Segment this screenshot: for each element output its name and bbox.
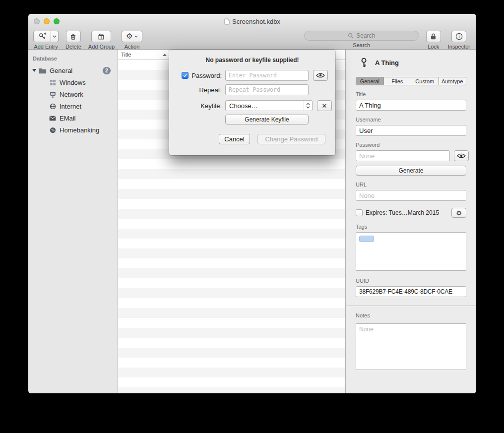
cancel-button[interactable]: Cancel xyxy=(219,134,250,144)
add-group-label: Add Group xyxy=(88,44,115,50)
generate-password-button[interactable]: Generate xyxy=(356,166,466,176)
uuid-label: UUID xyxy=(356,278,466,284)
envelope-icon xyxy=(49,114,57,122)
sidebar-item-email[interactable]: EMail xyxy=(28,112,118,124)
monitor-icon xyxy=(49,90,57,98)
tab-files[interactable]: Files xyxy=(384,77,412,85)
disclosure-triangle-icon[interactable] xyxy=(32,69,36,72)
tab-autotype[interactable]: Autotype xyxy=(439,77,466,85)
search-icon xyxy=(348,33,354,39)
close-button[interactable] xyxy=(34,18,40,24)
sidebar: Database General 2 Windows Network xyxy=(28,50,118,393)
tab-general[interactable]: General xyxy=(356,77,384,85)
dialog-keyfile-row: Keyfile: Choose… ✕ xyxy=(178,100,335,111)
column-title-label: Title xyxy=(121,52,131,58)
keyfile-popup-button[interactable]: Choose… xyxy=(225,100,313,111)
tags-box[interactable] xyxy=(356,232,466,271)
column-header-title[interactable]: Title xyxy=(118,50,169,60)
inspector-button[interactable] xyxy=(451,31,466,42)
search-label: Search xyxy=(353,42,370,48)
search-input[interactable]: Search xyxy=(304,31,419,41)
sidebar-item-label: Network xyxy=(60,91,83,98)
sidebar-item-label: Windows xyxy=(60,79,86,86)
inspector-header: A Thing xyxy=(356,58,466,68)
tool-add-entry: Add Entry xyxy=(33,31,59,50)
tool-search: Search Search xyxy=(304,31,419,48)
sidebar-item-windows[interactable]: Windows xyxy=(28,76,118,88)
inspector-panel: A Thing General Files Custom Autotype Ti… xyxy=(345,50,476,393)
tool-action: ⚙ Action xyxy=(122,31,142,50)
chevron-down-icon xyxy=(53,35,57,38)
lock-icon xyxy=(430,33,437,40)
delete-button[interactable] xyxy=(66,31,81,42)
expires-row: Expires: Tues…March 2015 ⚙ xyxy=(356,208,466,218)
url-field[interactable] xyxy=(356,190,466,201)
tool-lock: Lock xyxy=(426,31,441,50)
title-field[interactable] xyxy=(356,100,466,111)
tags-label: Tags xyxy=(356,224,466,230)
username-field[interactable] xyxy=(356,125,466,136)
password-checkbox[interactable] xyxy=(182,72,189,79)
sidebar-item-homebanking[interactable]: % Homebanking xyxy=(28,124,118,136)
entry-title: A Thing xyxy=(375,59,399,66)
minimize-button[interactable] xyxy=(44,18,50,24)
password-field[interactable] xyxy=(356,150,450,161)
password-row xyxy=(356,150,466,161)
svg-text:%: % xyxy=(51,128,54,132)
dialog-buttons: Cancel Change Password xyxy=(219,134,335,144)
entry-count-badge: 2 xyxy=(103,67,111,74)
notes-field[interactable] xyxy=(356,323,466,370)
sidebar-item-network[interactable]: Network xyxy=(28,88,118,100)
sidebar-item-label: Internet xyxy=(60,103,81,110)
toolbar: Add Entry Delete Add Group ⚙ xyxy=(28,29,476,50)
action-button[interactable]: ⚙ xyxy=(122,31,142,42)
reveal-password-button[interactable] xyxy=(454,150,469,161)
inspector-tabs: General Files Custom Autotype xyxy=(356,77,466,85)
app-window: Screenshot.kdbx Add Entry xyxy=(28,14,476,393)
box-icon xyxy=(97,33,105,41)
dialog-repeat-label: Repeat: xyxy=(199,86,222,94)
key-plus-icon xyxy=(38,32,47,41)
expires-checkbox[interactable] xyxy=(356,209,363,216)
sidebar-item-general[interactable]: General 2 xyxy=(28,64,118,76)
sidebar-item-label: General xyxy=(50,67,72,74)
window-title: Screenshot.kdbx xyxy=(224,18,280,25)
generate-keyfile-button[interactable]: Generate Keyfile xyxy=(225,115,309,124)
dialog-password-row: Password: xyxy=(178,70,335,81)
tag-token[interactable] xyxy=(359,236,374,242)
url-field-label: URL xyxy=(356,182,466,187)
zoom-button[interactable] xyxy=(54,18,60,24)
tab-custom[interactable]: Custom xyxy=(411,77,439,85)
expires-settings-button[interactable]: ⚙ xyxy=(451,208,466,218)
password-field-label: Password xyxy=(356,142,466,148)
username-field-label: Username xyxy=(356,117,466,123)
add-group-button[interactable] xyxy=(91,31,111,42)
gear-icon: ⚙ xyxy=(456,210,462,216)
sidebar-item-label: Homebanking xyxy=(60,126,99,134)
dialog-reveal-password-button[interactable] xyxy=(313,70,328,81)
change-password-dialog: No password or keyfile supplied! Passwor… xyxy=(169,50,335,155)
dialog-message: No password or keyfile supplied! xyxy=(169,57,335,63)
lock-label: Lock xyxy=(428,44,439,50)
tool-delete: Delete xyxy=(65,31,81,50)
sidebar-item-label: EMail xyxy=(60,115,76,122)
info-icon xyxy=(455,33,463,40)
title-bar[interactable]: Screenshot.kdbx xyxy=(28,14,476,29)
uuid-field[interactable] xyxy=(356,286,466,297)
window-title-text: Screenshot.kdbx xyxy=(232,18,280,25)
add-entry-button[interactable] xyxy=(33,31,51,42)
clear-keyfile-button[interactable]: ✕ xyxy=(317,100,332,111)
change-password-button[interactable]: Change Password xyxy=(257,134,325,144)
windows-grid-icon xyxy=(49,78,57,86)
dialog-password-label: Password: xyxy=(191,72,222,79)
keyfile-popup-value: Choose… xyxy=(229,102,258,110)
sidebar-item-internet[interactable]: Internet xyxy=(28,100,118,112)
dialog-repeat-field[interactable] xyxy=(225,84,309,95)
trash-icon xyxy=(69,33,77,41)
action-label: Action xyxy=(125,44,140,50)
key-icon xyxy=(360,58,369,68)
add-entry-dropdown-button[interactable] xyxy=(51,31,59,42)
dialog-password-field[interactable] xyxy=(225,70,309,81)
dialog-keyfile-label: Keyfile: xyxy=(200,102,222,110)
lock-button[interactable] xyxy=(426,31,441,42)
